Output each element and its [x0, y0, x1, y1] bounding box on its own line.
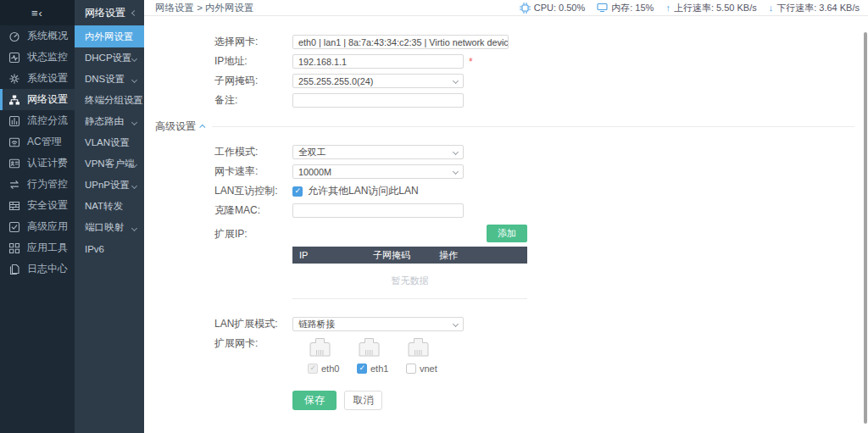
work-mode-select[interactable]: 全双工 [292, 145, 464, 159]
sidebar-item-label: AC管理 [27, 135, 62, 149]
chevron-down-icon [131, 225, 137, 231]
sidebar-item-label: 状态监控 [27, 50, 68, 64]
cpu-chip-icon [520, 3, 531, 14]
eth0-checkbox[interactable] [308, 364, 318, 374]
vnet-checkbox[interactable] [406, 364, 416, 374]
submenu-item-ipv6[interactable]: IPv6 [75, 238, 144, 259]
submenu-item-port-mapping[interactable]: 端口映射 [75, 217, 144, 238]
submenu-item-vpn-client[interactable]: VPN客户端 [75, 153, 144, 175]
sidebar-item-ac-management[interactable]: AC管理 [0, 131, 75, 153]
extended-nic-section: 扩展网卡: eth0 eth1 [214, 336, 854, 374]
secondary-sidebar: 网络设置 内外网设置 DHCP设置 DNS设置 终端分组设置 静态路由 VLAN… [75, 0, 144, 433]
submenu-item-label: UPnP设置 [85, 179, 130, 192]
submenu-item-label: 静态路由 [85, 115, 124, 128]
sidebar-item-system-settings[interactable]: 系统设置 [0, 68, 75, 89]
extended-ip-table-header: IP 子网掩码 操作 [292, 247, 527, 264]
sidebar-item-flow-control[interactable]: 流控分流 [0, 110, 75, 131]
cpu-value: CPU: 0.50% [534, 3, 586, 13]
sidebar-collapse-button[interactable]: ≡‹ [0, 0, 75, 25]
sidebar-item-label: 高级应用 [27, 219, 68, 234]
ethernet-port-icon [357, 336, 397, 360]
activity-icon [8, 52, 20, 64]
submenu-item-vlan[interactable]: VLAN设置 [75, 132, 144, 153]
swap-arrows-icon [8, 179, 20, 191]
submenu-item-nat-forward[interactable]: NAT转发 [75, 196, 144, 217]
chevron-down-icon [131, 183, 137, 189]
remark-input[interactable] [292, 93, 464, 108]
nic-speed-label: 网卡速率: [214, 164, 292, 179]
work-mode-value: 全双工 [298, 147, 326, 158]
submenu-item-label: VLAN设置 [85, 136, 130, 149]
sidebar-item-app-tools[interactable]: 应用工具 [0, 237, 75, 258]
sidebar-item-label: 安全设置 [27, 198, 68, 213]
sidebar-item-log-center[interactable]: 日志中心 [0, 258, 75, 280]
sidebar-item-status-monitor[interactable]: 状态监控 [0, 47, 75, 68]
clone-mac-input[interactable] [292, 203, 464, 218]
submenu-item-terminal-group[interactable]: 终端分组设置 [75, 90, 144, 111]
table-empty-state: 暂无数据 [292, 264, 527, 299]
nic-select[interactable]: eth0 | lan1 | 8a:7a:43:34:c2:35 | Virtio… [292, 35, 509, 49]
submenu-item-label: 内外网设置 [85, 31, 134, 43]
submenu-item-label: VPN客户端 [85, 158, 134, 170]
eth0-label: eth0 [321, 364, 339, 374]
submenu-item-dhcp[interactable]: DHCP设置 [75, 47, 144, 69]
submenu-item-dns[interactable]: DNS设置 [75, 69, 144, 90]
nic-speed-select[interactable]: 10000M [292, 164, 464, 179]
col-subnet: 子网掩码 [373, 249, 439, 262]
gear-icon [8, 73, 20, 85]
top-bar: 网络设置 > 内外网设置 CPU: 0.50% 内存: 15% ↑ 上行速率: … [144, 0, 868, 16]
vertical-scrollbar[interactable] [864, 32, 867, 424]
cpu-status: CPU: 0.50% [520, 3, 586, 14]
ethernet-port-icon [406, 336, 446, 360]
submenu-item-lan-wan-settings[interactable]: 内外网设置 [75, 25, 144, 47]
sidebar-item-advanced-apps[interactable]: 高级应用 [0, 216, 75, 237]
section-divider [212, 126, 854, 127]
caret-up-icon[interactable] [199, 125, 205, 130]
col-action: 操作 [439, 249, 527, 262]
submenu-item-label: 端口映射 [85, 221, 124, 234]
upload-value: 上行速率: 5.50 KB/s [674, 2, 757, 14]
hamburger-collapse-icon: ≡‹ [31, 7, 43, 19]
lan-access-checkbox[interactable] [292, 186, 303, 197]
sidebar-item-system-overview[interactable]: 系统概况 [0, 25, 75, 47]
network-icon [8, 94, 20, 106]
required-asterisk: * [469, 56, 473, 68]
nic-speed-value: 10000M [298, 167, 331, 177]
subnet-mask-select[interactable]: 255.255.255.0(24) [292, 74, 464, 88]
ip-address-input[interactable] [292, 54, 464, 69]
primary-sidebar: ≡‹ 系统概况 状态监控 系统设置 网络设置 流控分流 AC管理 认证计费 行为… [0, 0, 75, 433]
sidebar-item-security-settings[interactable]: 安全设置 [0, 195, 75, 216]
lan-ext-mode-select[interactable]: 链路桥接 [292, 317, 464, 331]
subnet-mask-label: 子网掩码: [214, 74, 292, 88]
eth1-label: eth1 [370, 364, 388, 374]
sidebar-item-auth-billing[interactable]: 认证计费 [0, 153, 75, 174]
logs-icon [8, 264, 20, 275]
settings-form: 选择网卡: eth0 | lan1 | 8a:7a:43:34:c2:35 | … [144, 16, 868, 410]
wifi-icon [8, 136, 20, 148]
submenu-item-static-route[interactable]: 静态路由 [75, 111, 144, 132]
submenu-item-label: NAT转发 [85, 200, 123, 213]
sidebar-item-behavior-control[interactable]: 行为管控 [0, 174, 75, 195]
vnet-label: vnet [420, 364, 437, 374]
cancel-button[interactable]: 取消 [344, 391, 382, 410]
advanced-settings-title[interactable]: 高级设置 [155, 119, 196, 134]
sidebar-item-label: 系统设置 [27, 71, 68, 86]
lan-access-label: LAN互访控制: [214, 184, 292, 198]
nic-option-eth1: eth1 [357, 336, 397, 374]
submenu-header[interactable]: 网络设置 [75, 0, 144, 25]
save-button[interactable]: 保存 [292, 391, 337, 410]
sidebar-item-label: 认证计费 [27, 156, 68, 170]
nic-select-value: eth0 | lan1 | 8a:7a:43:34:c2:35 | Virtio… [298, 37, 509, 47]
sidebar-item-network-settings[interactable]: 网络设置 [0, 89, 75, 110]
advanced-settings-section: 高级设置 [155, 121, 854, 132]
id-card-icon [8, 158, 20, 169]
sidebar-item-label: 流控分流 [27, 114, 68, 128]
submenu-item-upnp[interactable]: UPnP设置 [75, 175, 144, 196]
submenu-item-label: DNS设置 [85, 73, 125, 86]
add-button[interactable]: 添加 [487, 225, 527, 242]
traffic-bars-icon [8, 115, 20, 127]
extended-ip-label: 扩展IP: [214, 225, 292, 241]
eth1-checkbox[interactable] [357, 364, 367, 374]
sidebar-item-label: 行为管控 [27, 177, 68, 192]
extended-ip-section: 扩展IP: 添加 IP 子网掩码 操作 暂无数据 [214, 225, 854, 299]
